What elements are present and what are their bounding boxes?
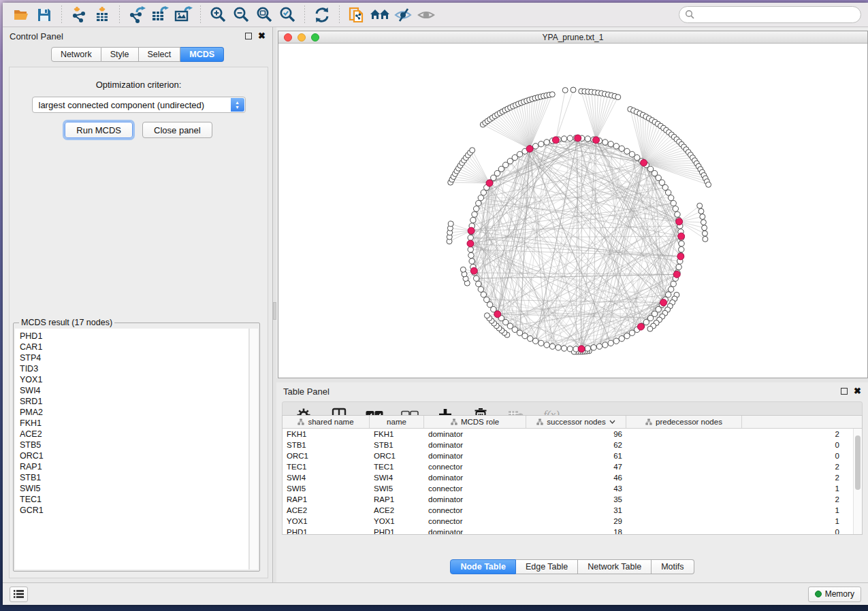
table-row[interactable]: PHD1PHD1dominator180 [283,527,853,534]
mcds-result-item[interactable]: YOX1 [20,374,248,385]
network-node[interactable] [468,252,474,258]
network-window-titlebar[interactable]: YPA_prune.txt_1 [278,31,867,44]
network-node[interactable] [478,195,483,201]
network-node[interactable] [624,148,630,154]
network-node[interactable] [665,292,671,297]
network-node[interactable] [706,182,711,187]
network-node[interactable] [517,152,522,157]
tab-style[interactable]: Style [101,47,139,62]
network-node[interactable] [470,148,475,153]
network-node[interactable] [481,292,486,297]
close-panel-icon[interactable]: ✖ [854,388,861,395]
show-all-button[interactable] [416,5,436,25]
zoom-in-button[interactable] [208,5,228,25]
network-node[interactable] [561,346,566,351]
network-node[interactable] [613,338,619,344]
export-image-button[interactable] [173,5,193,25]
network-hub-node[interactable] [486,180,493,186]
scrollbar-thumb[interactable] [855,435,861,490]
mcds-result-item[interactable]: STP4 [20,352,248,363]
mcds-result-item[interactable]: TEC1 [20,494,248,505]
mcds-result-item[interactable]: FKH1 [20,418,248,429]
network-node[interactable] [476,281,481,286]
network-node[interactable] [668,195,673,201]
mcds-result-item[interactable]: STB5 [20,440,248,450]
network-node[interactable] [473,206,479,212]
network-node[interactable] [602,139,608,145]
tab-node-table[interactable]: Node Table [450,559,515,574]
import-network-button[interactable] [69,5,89,25]
network-hub-node[interactable] [468,227,475,234]
network-hub-node[interactable] [470,267,477,274]
open-file-button[interactable] [11,5,31,25]
network-node[interactable] [619,335,624,341]
column-header-MCDS-role[interactable]: MCDS role [424,416,526,428]
network-node[interactable] [703,236,708,242]
network-node[interactable] [602,342,608,348]
network-hub-node[interactable] [637,323,644,330]
network-hub-node[interactable] [575,135,581,142]
export-network-button[interactable] [127,5,147,25]
zoom-out-button[interactable] [231,5,251,25]
table-row[interactable]: RAP1RAP1dominator352 [283,494,853,505]
column-header-name[interactable]: name [370,416,424,428]
network-node[interactable] [665,190,671,195]
export-table-button[interactable] [150,5,170,25]
network-node[interactable] [585,346,590,351]
mcds-result-item[interactable]: ORC1 [20,450,248,461]
mcds-result-item[interactable]: PHD1 [20,331,248,342]
network-node[interactable] [679,246,684,252]
network-node[interactable] [532,144,538,149]
network-canvas[interactable] [278,44,867,378]
network-node[interactable] [478,286,483,292]
float-panel-icon[interactable] [245,33,252,39]
table-row[interactable]: ACE2ACE2connector311 [283,505,853,516]
column-header-successor-nodes[interactable]: successor nodes [526,416,626,428]
show-panels-button[interactable] [10,587,28,602]
network-node[interactable] [615,95,621,100]
table-row[interactable]: STB1STB1dominator620 [283,440,853,450]
column-header-shared-name[interactable]: shared name [283,416,370,428]
mcds-list-scrollbar[interactable] [249,329,258,569]
network-hub-node[interactable] [494,311,501,318]
network-node[interactable] [591,345,596,350]
network-node[interactable] [613,144,619,149]
network-node[interactable] [468,246,473,252]
clone-network-button[interactable] [347,5,367,25]
save-session-button[interactable] [34,5,54,25]
table-row[interactable]: TEC1TEC1connector472 [283,461,853,472]
mcds-result-item[interactable]: ACE2 [20,429,248,440]
float-panel-icon[interactable] [841,388,848,395]
network-hub-node[interactable] [641,159,647,166]
tab-mcds[interactable]: MCDS [180,47,224,62]
network-node[interactable] [673,206,678,212]
network-node[interactable] [539,141,544,146]
network-node[interactable] [473,276,479,281]
network-node[interactable] [570,87,576,93]
network-node[interactable] [668,286,673,292]
network-node[interactable] [460,267,466,272]
network-node[interactable] [484,297,489,302]
column-header-predecessor-nodes[interactable]: predecessor nodes [626,416,742,428]
network-node[interactable] [532,338,538,344]
network-node[interactable] [608,340,613,346]
mcds-result-item[interactable]: SRD1 [20,396,248,407]
network-node[interactable] [596,344,602,349]
network-node[interactable] [700,214,705,219]
network-node[interactable] [567,346,573,352]
network-node[interactable] [470,217,476,222]
network-node[interactable] [629,330,634,335]
network-node[interactable] [484,313,489,318]
table-row[interactable]: SWI5SWI5connector431 [283,483,853,494]
tab-network-table[interactable]: Network Table [578,559,652,574]
network-hub-node[interactable] [660,299,667,306]
network-hub-node[interactable] [467,240,474,247]
network-node[interactable] [544,342,549,348]
tab-edge-table[interactable]: Edge Table [516,559,578,574]
network-node[interactable] [624,333,630,338]
network-node[interactable] [697,203,703,208]
network-node[interactable] [671,281,676,286]
hide-selected-button[interactable] [393,5,413,25]
import-table-button[interactable] [92,5,112,25]
mcds-result-item[interactable]: TID3 [20,363,248,374]
